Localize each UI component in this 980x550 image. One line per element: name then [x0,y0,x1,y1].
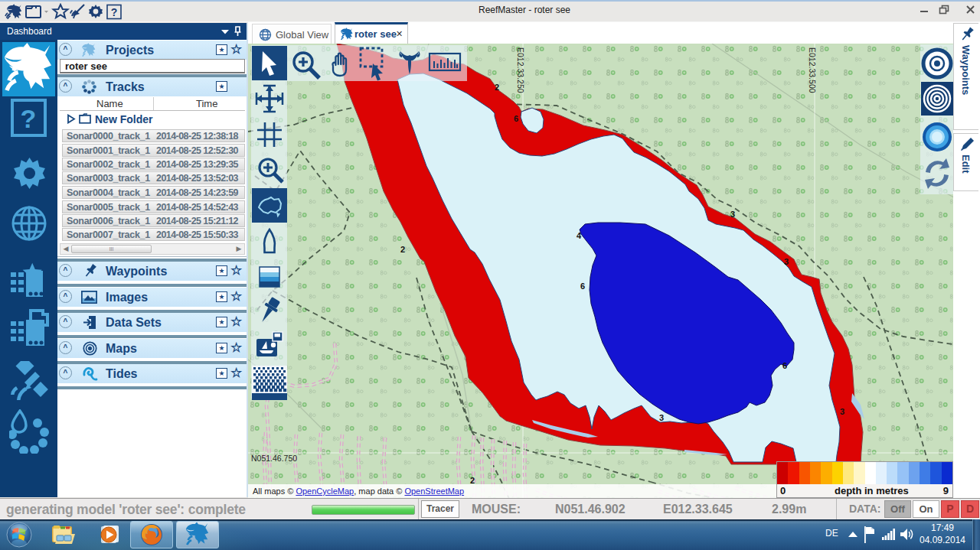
svg-text:4: 4 [577,231,582,240]
svg-text:3: 3 [840,407,844,416]
svg-text:2: 2 [495,83,499,92]
svg-text:3: 3 [784,257,789,266]
svg-text:E012.33.500: E012.33.500 [808,47,817,93]
svg-text:3: 3 [659,413,664,422]
svg-text:N051.46.750: N051.46.750 [251,454,297,463]
svg-text:2: 2 [400,245,405,254]
svg-text:E012.33.250: E012.33.250 [516,47,525,93]
svg-text:6: 6 [782,361,787,370]
svg-text:6: 6 [514,114,518,123]
svg-text:3: 3 [730,210,735,219]
svg-text:6: 6 [580,282,585,291]
svg-text:?: ? [111,6,118,18]
svg-text:?: ? [21,104,37,133]
